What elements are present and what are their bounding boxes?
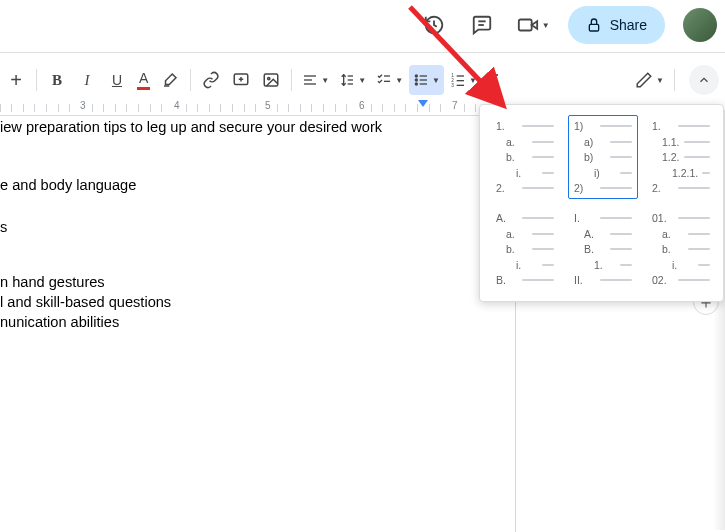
numbered-list-button[interactable]: 123 ▼ [446, 65, 481, 95]
chevron-down-icon: ▼ [469, 76, 477, 85]
chevron-down-icon: ▼ [395, 76, 403, 85]
editing-mode-button[interactable]: ▼ [631, 65, 668, 95]
list-style-preview-label: I. [574, 212, 596, 224]
document-text-line[interactable]: nunication abilities [0, 313, 119, 332]
document-text-line[interactable]: iew preparation tips to leg up and secur… [0, 118, 382, 137]
svg-rect-2 [519, 20, 532, 31]
chevron-down-icon: ▼ [358, 76, 366, 85]
list-style-preview-label: B. [496, 274, 518, 286]
svg-point-9 [268, 77, 270, 79]
text-color-button[interactable]: A [133, 65, 154, 95]
list-style-preview-line [702, 172, 710, 174]
list-style-preview-label: b. [506, 151, 528, 163]
ruler-right-indent-marker[interactable] [418, 100, 428, 107]
more-format-overflow-button[interactable]: ⋮ [483, 65, 511, 95]
insert-link-button[interactable] [197, 65, 225, 95]
align-button[interactable]: ▼ [298, 65, 333, 95]
list-style-preview-line [532, 156, 554, 158]
list-style-preview-label: 02. [652, 274, 674, 286]
list-style-preview-label: 2. [652, 182, 674, 194]
list-style-preview-line [610, 248, 632, 250]
list-style-preview-label: A. [584, 228, 606, 240]
account-avatar[interactable] [683, 8, 717, 42]
svg-rect-8 [265, 74, 279, 86]
list-style-preview-label: 1.2.1. [672, 167, 698, 179]
list-style-preview-label: 2. [496, 182, 518, 194]
meet-button[interactable]: ▼ [513, 14, 554, 36]
underline-button[interactable]: U [103, 65, 131, 95]
list-style-preview-line [688, 233, 710, 235]
divider [291, 69, 292, 91]
list-style-preview-line [600, 187, 632, 189]
line-spacing-icon [339, 72, 355, 88]
version-history-button[interactable] [417, 8, 451, 42]
link-icon [202, 71, 220, 89]
numbered-list-icon: 123 [450, 72, 466, 88]
list-style-preview-label: i. [672, 259, 694, 271]
horizontal-ruler[interactable]: 234567 [0, 100, 515, 116]
list-style-option-paren-decimal-alpha-roman[interactable]: 1)a)b)i)2) [568, 115, 638, 199]
chevron-down-icon: ▼ [656, 76, 664, 85]
collapse-toolbar-button[interactable] [689, 65, 719, 95]
list-style-preview-line [522, 187, 554, 189]
list-style-preview-line [542, 172, 554, 174]
list-style-preview-line [620, 264, 632, 266]
italic-button[interactable]: I [73, 65, 101, 95]
add-comment-button[interactable] [227, 65, 255, 95]
document-canvas[interactable]: iew preparation tips to leg up and secur… [0, 118, 515, 532]
list-style-preview-line [610, 233, 632, 235]
list-style-option-upper-roman-upper-alpha-decimal[interactable]: I.A.B.1.II. [568, 207, 638, 291]
list-style-preview-label: 1. [496, 120, 518, 132]
list-style-option-upper-alpha-lower-alpha-roman[interactable]: A.a.b.i.B. [490, 207, 560, 291]
document-text-line[interactable]: s [0, 218, 7, 237]
list-style-option-zero-decimal-lower-alpha-roman[interactable]: 01.a.b.i.02. [646, 207, 716, 291]
insert-image-button[interactable] [257, 65, 285, 95]
comment-plus-icon [232, 71, 250, 89]
divider [36, 69, 37, 91]
list-style-preview-line [678, 217, 710, 219]
list-style-preview-label: a. [662, 228, 684, 240]
document-text-line[interactable]: e and body language [0, 176, 136, 195]
list-style-preview-label: 2) [574, 182, 596, 194]
list-style-preview-line [522, 279, 554, 281]
list-style-preview-line [542, 264, 554, 266]
highlighter-icon [161, 71, 179, 89]
list-style-preview-label: 1.1. [662, 136, 680, 148]
highlight-button[interactable] [156, 65, 184, 95]
list-style-option-decimal-alpha-roman[interactable]: 1.a.b.i.2. [490, 115, 560, 199]
checklist-button[interactable]: ▼ [372, 65, 407, 95]
comments-button[interactable] [465, 8, 499, 42]
list-style-preview-label: i) [594, 167, 616, 179]
list-style-preview-label: a. [506, 136, 528, 148]
divider [674, 69, 675, 91]
list-style-preview-label: 01. [652, 212, 674, 224]
document-text-line[interactable]: l and skill-based questions [0, 293, 171, 312]
ruler-tick: 6 [359, 100, 365, 111]
image-icon [262, 71, 280, 89]
list-style-preview-line [600, 125, 632, 127]
list-style-preview-line [688, 248, 710, 250]
list-style-preview-line [532, 141, 554, 143]
svg-point-23 [415, 83, 417, 85]
list-style-option-legal-decimal[interactable]: 1.1.1.1.2.1.2.1.2. [646, 115, 716, 199]
line-spacing-button[interactable]: ▼ [335, 65, 370, 95]
list-style-preview-label: 1) [574, 120, 596, 132]
pencil-icon [635, 71, 653, 89]
svg-rect-4 [589, 24, 598, 31]
list-style-preview-label: 1. [594, 259, 616, 271]
list-style-preview-label: b. [662, 243, 684, 255]
chevron-down-icon: ▼ [542, 21, 550, 30]
list-style-preview-line [684, 141, 710, 143]
ruler-tick: 4 [174, 100, 180, 111]
list-style-preview-line [610, 156, 632, 158]
lock-icon [586, 17, 602, 33]
bulleted-list-button[interactable]: ▼ [409, 65, 444, 95]
insert-plus-button[interactable]: + [2, 65, 30, 95]
bold-button[interactable]: B [43, 65, 71, 95]
formatting-toolbar: + B I U A ▼ ▼ ▼ ▼ 123 ▼ ⋮ ▼ [0, 60, 725, 100]
list-style-preview-line [600, 217, 632, 219]
svg-point-19 [415, 75, 417, 77]
list-style-preview-line [610, 141, 632, 143]
document-text-line[interactable]: n hand gestures [0, 273, 105, 292]
share-button[interactable]: Share [568, 6, 665, 44]
